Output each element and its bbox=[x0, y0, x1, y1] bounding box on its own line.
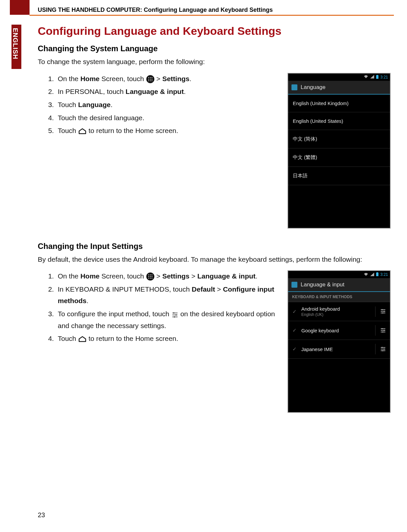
sliders-icon bbox=[171, 311, 179, 318]
divider bbox=[375, 344, 375, 354]
page-title: Configuring Language and Keyboard Settin… bbox=[38, 25, 391, 37]
svg-rect-45 bbox=[382, 347, 383, 348]
svg-rect-28 bbox=[376, 273, 378, 276]
svg-rect-29 bbox=[377, 272, 378, 273]
phone1-title: Language bbox=[301, 84, 326, 91]
phone2-title-bar: Language & input bbox=[288, 278, 390, 292]
svg-point-16 bbox=[148, 276, 149, 277]
section2-step-2: In KEYBOARD & INPUT METHODS, touch Defau… bbox=[56, 283, 279, 307]
svg-point-13 bbox=[148, 275, 149, 276]
svg-rect-46 bbox=[384, 348, 385, 349]
checkmark-icon: ✓ bbox=[291, 309, 297, 315]
sliders-icon[interactable] bbox=[379, 308, 387, 315]
battery-icon bbox=[376, 272, 378, 277]
battery-icon bbox=[376, 75, 378, 79]
svg-point-5 bbox=[150, 79, 151, 80]
language-side-tab: ENGLISH bbox=[11, 25, 21, 69]
header-divider bbox=[30, 15, 394, 16]
keyboard-option[interactable]: ✓ Android keyboard English (UK) bbox=[288, 302, 390, 321]
section1-step-1: On the Home Screen, touch > Settings. bbox=[56, 73, 279, 85]
phone2-title: Language & input bbox=[301, 281, 344, 288]
apps-grid-icon bbox=[146, 272, 155, 281]
svg-point-3 bbox=[151, 77, 152, 78]
svg-point-7 bbox=[148, 80, 149, 81]
section1-step-3: Touch Language. bbox=[56, 99, 279, 111]
section2-steps: On the Home Screen, touch > Settings > L… bbox=[38, 270, 279, 346]
phone1-language-list: English (United Kingdom) English (United… bbox=[288, 95, 390, 185]
sliders-icon[interactable] bbox=[379, 346, 387, 352]
section2-step-1: On the Home Screen, touch > Settings > L… bbox=[56, 270, 279, 282]
svg-rect-40 bbox=[384, 330, 385, 331]
section2-step-3: To configure the input method, touch on … bbox=[56, 308, 279, 331]
list-item[interactable]: 中文 (简体) bbox=[288, 130, 390, 148]
signal-icon bbox=[370, 273, 374, 277]
section1-intro: To change the system language, perform t… bbox=[38, 56, 391, 67]
svg-point-14 bbox=[150, 275, 151, 276]
svg-rect-11 bbox=[377, 75, 378, 76]
phone1-title-bar: Language bbox=[288, 81, 390, 95]
list-item[interactable]: 日本語 bbox=[288, 167, 390, 185]
section1-step-2: In PERSONAL, touch Language & input. bbox=[56, 86, 279, 98]
phone2-status-bar: 3:21 bbox=[288, 271, 390, 278]
wifi-icon bbox=[364, 75, 368, 79]
home-icon bbox=[78, 336, 87, 343]
keyboard-option-label: Android keyboard English (UK) bbox=[301, 306, 371, 317]
phone2-keyboard-list: ✓ Android keyboard English (UK) ✓ Google… bbox=[288, 302, 390, 359]
svg-rect-34 bbox=[384, 311, 385, 312]
list-item[interactable]: English (United Kingdom) bbox=[288, 95, 390, 112]
section1-title: Changing the System Language bbox=[38, 44, 391, 53]
phone1-time: 3:21 bbox=[380, 75, 388, 79]
svg-rect-35 bbox=[382, 313, 383, 314]
svg-point-6 bbox=[151, 79, 152, 80]
keyboard-option[interactable]: ✓ Google keyboard bbox=[288, 321, 390, 340]
svg-point-19 bbox=[148, 278, 149, 279]
svg-point-8 bbox=[150, 80, 151, 81]
red-square-decoration bbox=[10, 0, 30, 15]
screenshot-input-methods: 3:21 Language & input KEYBOARD & INPUT M… bbox=[288, 270, 391, 413]
svg-rect-33 bbox=[382, 309, 383, 310]
list-item[interactable]: English (United States) bbox=[288, 112, 390, 130]
divider bbox=[375, 325, 375, 336]
svg-rect-27 bbox=[174, 316, 175, 318]
svg-point-21 bbox=[151, 278, 152, 279]
svg-point-1 bbox=[148, 77, 149, 78]
apps-grid-icon bbox=[146, 75, 155, 83]
sliders-icon[interactable] bbox=[379, 327, 387, 334]
section1-step-4: Touch the desired language. bbox=[56, 112, 279, 124]
phone1-title-icon bbox=[291, 84, 297, 90]
svg-rect-47 bbox=[382, 350, 383, 351]
checkmark-icon: ✓ bbox=[291, 327, 297, 333]
home-icon bbox=[78, 128, 87, 135]
section1-step-5: Touch to return to the Home screen. bbox=[56, 125, 279, 137]
section1-steps: On the Home Screen, touch > Settings. In… bbox=[38, 73, 279, 138]
svg-rect-25 bbox=[173, 312, 174, 314]
svg-rect-10 bbox=[376, 75, 378, 79]
wifi-icon bbox=[364, 273, 368, 277]
svg-point-9 bbox=[151, 80, 152, 81]
svg-point-4 bbox=[148, 79, 149, 80]
phone1-status-bar: 3:21 bbox=[288, 74, 390, 81]
svg-rect-41 bbox=[382, 331, 383, 332]
divider bbox=[375, 306, 375, 317]
svg-point-17 bbox=[150, 276, 151, 277]
svg-point-18 bbox=[151, 276, 152, 277]
header-breadcrumb: USING THE HANDHELD COMPUTER: Configuring… bbox=[38, 7, 394, 13]
keyboard-option[interactable]: ✓ Japanese IME bbox=[288, 340, 390, 359]
svg-rect-26 bbox=[176, 314, 177, 316]
phone2-title-icon bbox=[291, 282, 297, 288]
keyboard-option-label: Japanese IME bbox=[301, 346, 371, 352]
signal-icon bbox=[370, 75, 374, 79]
phone2-section-header: KEYBOARD & INPUT METHODS bbox=[288, 292, 390, 302]
section2-title: Changing the Input Settings bbox=[38, 242, 391, 251]
checkmark-icon: ✓ bbox=[291, 346, 297, 352]
section2-intro: By default, the device uses the Android … bbox=[38, 254, 391, 265]
keyboard-option-label: Google keyboard bbox=[301, 328, 371, 333]
svg-point-2 bbox=[150, 77, 151, 78]
svg-rect-39 bbox=[382, 328, 383, 329]
language-side-tab-label: ENGLISH bbox=[11, 28, 19, 59]
svg-point-15 bbox=[151, 275, 152, 276]
section2-step-4: Touch to return to the Home screen. bbox=[56, 333, 279, 344]
list-item[interactable]: 中文 (繁體) bbox=[288, 148, 390, 167]
page-number: 23 bbox=[38, 511, 45, 519]
svg-point-20 bbox=[150, 278, 151, 279]
